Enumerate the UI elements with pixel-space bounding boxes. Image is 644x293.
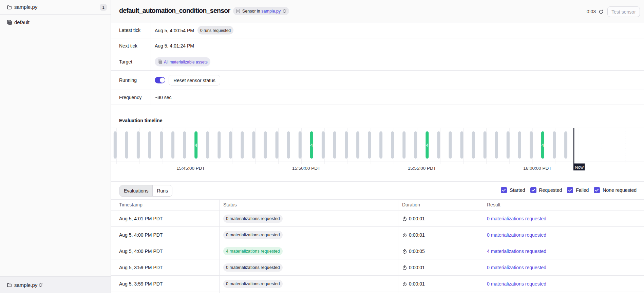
svg-text:15:45:00 PDT: 15:45:00 PDT bbox=[176, 166, 205, 171]
svg-text:4: 4 bbox=[542, 143, 544, 148]
svg-text:15:50:00 PDT: 15:50:00 PDT bbox=[292, 166, 320, 171]
svg-text:15:55:00 PDT: 15:55:00 PDT bbox=[408, 166, 436, 171]
svg-text:16:00:00 PDT: 16:00:00 PDT bbox=[523, 166, 551, 171]
svg-text:4: 4 bbox=[310, 143, 313, 148]
svg-text:4: 4 bbox=[195, 143, 197, 148]
svg-text:Now: Now bbox=[575, 165, 584, 170]
svg-text:4: 4 bbox=[426, 143, 429, 148]
